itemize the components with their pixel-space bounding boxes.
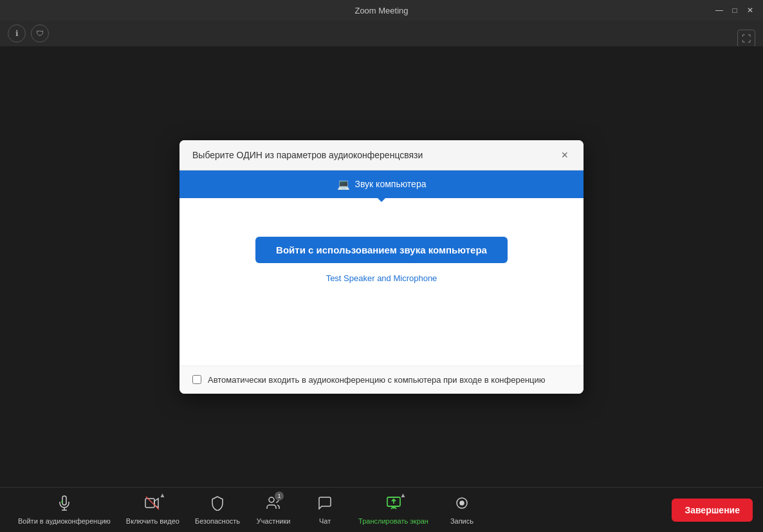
title-bar-controls: — □ ✕ [714,5,755,15]
share-screen-icon: ▲ [386,495,401,515]
modal-header: Выберите ОДИН из параметров аудиоконфере… [179,140,584,170]
maximize-button[interactable]: □ [730,5,740,15]
title-bar: Zoom Meeting — □ ✕ [0,0,763,21]
expand-button[interactable]: ⛶ [737,30,755,48]
audio-modal: Выберите ОДИН из параметров аудиоконфере… [179,140,584,394]
modal-title: Выберите ОДИН из параметров аудиоконфере… [192,150,423,160]
record-label: Запись [450,517,473,525]
participants-label: Участники [257,517,291,525]
chat-label: Чат [319,517,331,525]
info-button[interactable]: ℹ [8,24,26,42]
join-audio-button[interactable]: Войти с использованием звука компьютера [255,237,508,263]
share-chevron-icon: ▲ [400,491,407,499]
toolbar-join-audio[interactable]: Войти в аудиоконференцию [10,495,118,525]
participants-icon: 1 [266,495,281,515]
auto-join-label: Автоматически входить в аудиоконференцию… [208,375,546,385]
top-toolbar: ℹ 🛡 ⛶ [0,21,763,46]
bottom-toolbar: Войти в аудиоконференцию ▲ Включить виде… [0,487,763,532]
toolbar-items: Войти в аудиоконференцию ▲ Включить виде… [10,495,488,525]
shield-icon: 🛡 [36,29,44,38]
title-bar-title: Zoom Meeting [354,6,408,15]
computer-audio-tab-label: Звук компьютера [355,179,427,189]
join-audio-label: Войти в аудиоконференцию [18,517,111,525]
main-content: Выберите ОДИН из параметров аудиоконфере… [0,46,763,487]
security-icon [210,495,225,515]
svg-point-9 [460,501,464,505]
toolbar-record[interactable]: Запись [436,495,488,525]
end-meeting-button[interactable]: Завершение [672,499,753,522]
shield-button[interactable]: 🛡 [31,24,49,42]
video-label: Включить видео [126,517,179,525]
video-chevron-icon: ▲ [159,491,165,499]
info-icon: ℹ [15,29,19,38]
toolbar-chat[interactable]: Чат [299,495,351,525]
test-link-label: Test Speaker and Microphone [326,273,437,283]
join-audio-label: Войти с использованием звука компьютера [276,244,487,255]
record-icon [454,495,470,515]
computer-audio-tab[interactable]: 💻 Звук компьютера [179,170,584,198]
modal-body: Войти с использованием звука компьютера … [179,198,584,365]
toolbar-share-screen[interactable]: ▲ Транслировать экран [351,495,436,525]
modal-overlay: Выберите ОДИН из параметров аудиоконфере… [0,46,763,487]
toolbar-participants[interactable]: 1 Участники [248,495,299,525]
security-label: Безопасность [195,517,240,525]
share-screen-label: Транслировать экран [358,517,428,525]
expand-icon: ⛶ [742,33,751,44]
end-meeting-label: Завершение [685,505,740,515]
participants-badge: 1 [275,491,284,500]
modal-footer: Автоматически входить в аудиоконференцию… [179,365,584,394]
computer-audio-tab-icon: 💻 [337,178,350,190]
chat-icon [317,495,333,515]
close-button[interactable]: ✕ [745,5,755,15]
modal-close-button[interactable]: × [558,149,571,161]
svg-point-4 [269,497,274,502]
video-icon: ▲ [145,495,160,515]
test-speaker-microphone-link[interactable]: Test Speaker and Microphone [326,273,437,283]
toolbar-video[interactable]: ▲ Включить видео [118,495,187,525]
toolbar-security[interactable]: Безопасность [187,495,248,525]
auto-join-checkbox[interactable] [192,375,201,384]
modal-tabs: 💻 Звук компьютера [179,170,584,198]
minimize-button[interactable]: — [714,5,724,15]
join-audio-icon [57,495,72,515]
